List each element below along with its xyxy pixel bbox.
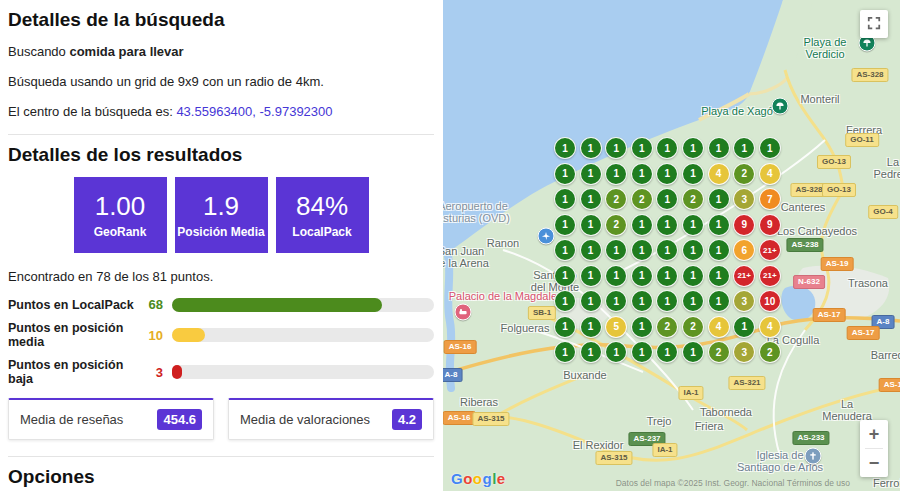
grid-marker[interactable]: 1 (631, 163, 653, 185)
grid-marker[interactable]: 1 (605, 163, 627, 185)
grid-marker[interactable]: 1 (631, 265, 653, 287)
grid-marker[interactable]: 1 (580, 239, 602, 261)
grid-marker[interactable]: 1 (580, 316, 602, 338)
grid-marker[interactable]: 10 (759, 290, 781, 312)
grid-marker[interactable]: 1 (580, 163, 602, 185)
grid-marker[interactable]: 4 (759, 163, 781, 185)
grid-marker[interactable]: 7 (759, 188, 781, 210)
grid-marker[interactable]: 9 (759, 214, 781, 236)
grid-marker[interactable]: 1 (708, 214, 730, 236)
map-place-label: Friera (695, 420, 724, 432)
stat-card-avg-position: 1.9 Posición Media (175, 177, 268, 253)
grid-marker[interactable]: 1 (554, 188, 576, 210)
grid-marker[interactable]: 1 (631, 316, 653, 338)
google-logo: Google (451, 470, 506, 487)
grid-marker[interactable]: 9 (733, 214, 755, 236)
grid-marker[interactable]: 1 (554, 239, 576, 261)
grid-marker[interactable]: 1 (631, 214, 653, 236)
grid-marker[interactable]: 1 (708, 188, 730, 210)
grid-marker[interactable]: 1 (554, 265, 576, 287)
grid-marker[interactable]: 1 (759, 137, 781, 159)
grid-marker[interactable]: 5 (605, 316, 627, 338)
zoom-in-button[interactable]: + (860, 420, 888, 448)
grid-marker[interactable]: 1 (682, 163, 704, 185)
grid-marker[interactable]: 2 (708, 341, 730, 363)
zoom-out-button[interactable]: − (860, 449, 888, 477)
grid-marker[interactable]: 1 (631, 239, 653, 261)
map-place-label: Aeropuerto de Asturias (OVD) (443, 200, 510, 224)
grid-marker[interactable]: 2 (631, 188, 653, 210)
stat-cards: 1.00 GeoRank 1.9 Posición Media 84% Loca… (8, 177, 434, 253)
fullscreen-button[interactable] (860, 10, 888, 38)
bar-value-medium: 10 (141, 328, 163, 343)
rating-label: Media de valoraciones (240, 412, 370, 427)
grid-marker[interactable]: 21+ (759, 265, 781, 287)
found-points-line: Encontrado en 78 de los 81 puntos. (8, 269, 434, 284)
grid-marker[interactable]: 1 (708, 265, 730, 287)
grid-marker[interactable]: 1 (656, 265, 678, 287)
grid-marker[interactable]: 21+ (759, 239, 781, 261)
avg-position-value: 1.9 (203, 192, 239, 220)
grid-marker[interactable]: 1 (554, 163, 576, 185)
bar-row-localpack: Puntos en LocalPack 68 (8, 297, 434, 312)
grid-marker[interactable]: 1 (580, 341, 602, 363)
grid-marker[interactable]: 1 (580, 137, 602, 159)
zoom-control: + − (860, 420, 888, 477)
grid-marker[interactable]: 2 (656, 316, 678, 338)
grid-marker[interactable]: 2 (733, 163, 755, 185)
grid-marker[interactable]: 1 (554, 290, 576, 312)
grid-marker[interactable]: 1 (554, 214, 576, 236)
grid-marker[interactable]: 1 (554, 341, 576, 363)
grid-marker[interactable]: 4 (708, 316, 730, 338)
avg-position-label: Posición Media (177, 225, 264, 239)
grid-marker[interactable]: 1 (580, 265, 602, 287)
grid-marker[interactable]: 1 (708, 239, 730, 261)
grid-marker[interactable]: 2 (759, 341, 781, 363)
grid-marker[interactable]: 1 (656, 214, 678, 236)
georank-label: GeoRank (94, 225, 147, 239)
grid-marker[interactable]: 1 (682, 341, 704, 363)
bar-track (172, 328, 434, 342)
grid-marker[interactable]: 4 (759, 316, 781, 338)
grid-marker[interactable]: 1 (656, 163, 678, 185)
grid-marker[interactable]: 2 (682, 316, 704, 338)
stat-card-localpack: 84% LocalPack (276, 177, 369, 253)
map-canvas[interactable]: Playa de VerdicioPlaya de XagóMonterilFe… (443, 0, 900, 491)
map-place-label: Taborneda (700, 406, 752, 418)
google-logo-letter: e (497, 470, 506, 487)
map-place-label: Folgueras (501, 322, 550, 334)
center-coordinates-link[interactable]: 43.55963400, -5.97392300 (176, 104, 332, 119)
grid-marker[interactable]: 1 (708, 290, 730, 312)
grid-marker[interactable]: 1 (682, 239, 704, 261)
grid-marker[interactable]: 2 (605, 214, 627, 236)
localpack-value: 84% (296, 192, 348, 220)
grid-marker[interactable]: 1 (631, 290, 653, 312)
grid-marker[interactable]: 2 (682, 188, 704, 210)
road-badge: AS-16 (444, 340, 477, 354)
bar-value-localpack: 68 (141, 297, 163, 312)
road-badge: GO-13 (817, 155, 851, 169)
grid-marker[interactable]: 1 (554, 137, 576, 159)
bar-value-low: 3 (141, 365, 163, 380)
grid-marker[interactable]: 1 (733, 316, 755, 338)
road-badge: AS-17 (879, 378, 900, 392)
grid-marker[interactable]: 1 (580, 188, 602, 210)
grid-marker[interactable]: 1 (682, 290, 704, 312)
grid-marker[interactable]: 1 (631, 137, 653, 159)
bar-label-localpack: Puntos en LocalPack (8, 298, 141, 312)
grid-marker[interactable]: 21+ (733, 265, 755, 287)
grid-marker[interactable]: 1 (682, 214, 704, 236)
google-logo-letter: o (463, 470, 473, 487)
grid-marker[interactable]: 1 (682, 265, 704, 287)
bar-row-medium: Puntos en posición media 10 (8, 321, 434, 349)
grid-marker[interactable]: 4 (708, 163, 730, 185)
grid-marker[interactable]: 1 (580, 214, 602, 236)
grid-marker[interactable]: 1 (554, 316, 576, 338)
grid-marker[interactable]: 1 (605, 265, 627, 287)
bar-track (172, 298, 434, 312)
grid-marker[interactable]: 1 (631, 341, 653, 363)
grid-marker[interactable]: 1 (682, 137, 704, 159)
road-badge: AS-17 (813, 308, 846, 322)
grid-marker[interactable]: 1 (708, 137, 730, 159)
grid-marker[interactable]: 1 (580, 290, 602, 312)
